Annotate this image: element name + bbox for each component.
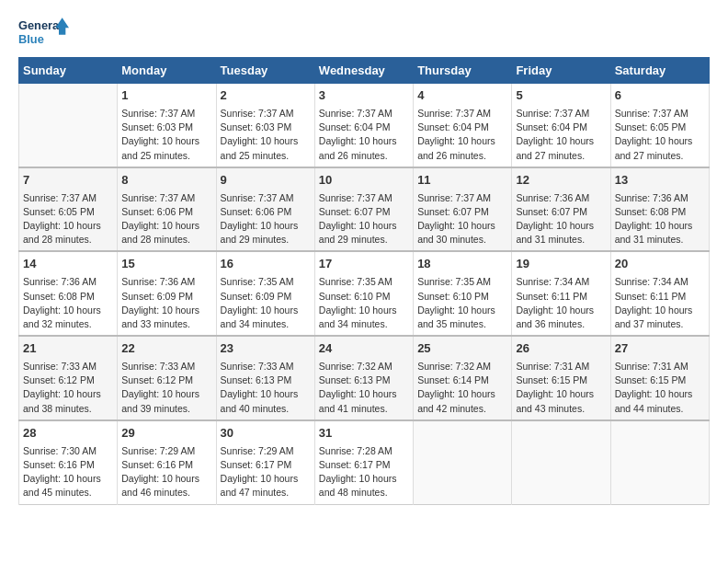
day-info: Sunrise: 7:28 AM Sunset: 6:17 PM Dayligh… xyxy=(319,444,409,500)
day-info: Sunrise: 7:36 AM Sunset: 6:09 PM Dayligh… xyxy=(121,275,211,331)
day-info: Sunrise: 7:37 AM Sunset: 6:07 PM Dayligh… xyxy=(319,191,409,247)
col-header-saturday: Saturday xyxy=(610,58,709,84)
day-info: Sunrise: 7:35 AM Sunset: 6:09 PM Dayligh… xyxy=(221,275,311,331)
day-number: 3 xyxy=(319,87,409,105)
day-info: Sunrise: 7:34 AM Sunset: 6:11 PM Dayligh… xyxy=(615,275,705,331)
day-cell: 7Sunrise: 7:37 AM Sunset: 6:05 PM Daylig… xyxy=(19,167,118,252)
day-number: 6 xyxy=(615,87,705,105)
svg-text:Blue: Blue xyxy=(18,32,44,46)
day-info: Sunrise: 7:37 AM Sunset: 6:06 PM Dayligh… xyxy=(121,191,211,247)
day-cell: 12Sunrise: 7:36 AM Sunset: 6:07 PM Dayli… xyxy=(512,167,610,252)
day-number: 28 xyxy=(23,425,113,442)
day-cell: 26Sunrise: 7:31 AM Sunset: 6:15 PM Dayli… xyxy=(512,336,610,420)
col-header-wednesday: Wednesday xyxy=(314,58,413,84)
day-cell: 23Sunrise: 7:33 AM Sunset: 6:13 PM Dayli… xyxy=(216,336,314,420)
day-info: Sunrise: 7:31 AM Sunset: 6:15 PM Dayligh… xyxy=(516,360,606,416)
day-number: 21 xyxy=(23,340,113,358)
week-row-1: 1Sunrise: 7:37 AM Sunset: 6:03 PM Daylig… xyxy=(19,84,710,167)
day-cell xyxy=(414,420,512,504)
day-number: 22 xyxy=(121,340,211,358)
day-number: 23 xyxy=(221,340,311,358)
day-info: Sunrise: 7:37 AM Sunset: 6:05 PM Dayligh… xyxy=(615,107,705,163)
day-info: Sunrise: 7:34 AM Sunset: 6:11 PM Dayligh… xyxy=(516,275,606,331)
day-info: Sunrise: 7:37 AM Sunset: 6:03 PM Dayligh… xyxy=(221,107,311,163)
day-info: Sunrise: 7:33 AM Sunset: 6:13 PM Dayligh… xyxy=(221,360,311,416)
calendar-page: General Blue SundayMondayTuesdayWednesda… xyxy=(0,0,728,523)
day-cell: 15Sunrise: 7:36 AM Sunset: 6:09 PM Dayli… xyxy=(118,251,216,336)
day-cell: 8Sunrise: 7:37 AM Sunset: 6:06 PM Daylig… xyxy=(118,167,216,252)
day-cell: 6Sunrise: 7:37 AM Sunset: 6:05 PM Daylig… xyxy=(610,84,709,167)
day-cell: 3Sunrise: 7:37 AM Sunset: 6:04 PM Daylig… xyxy=(314,84,413,167)
week-row-2: 7Sunrise: 7:37 AM Sunset: 6:05 PM Daylig… xyxy=(19,167,710,252)
calendar-table: SundayMondayTuesdayWednesdayThursdayFrid… xyxy=(18,57,710,505)
day-cell xyxy=(19,84,118,167)
day-number: 24 xyxy=(319,340,409,358)
day-info: Sunrise: 7:32 AM Sunset: 6:14 PM Dayligh… xyxy=(417,360,507,416)
day-cell: 25Sunrise: 7:32 AM Sunset: 6:14 PM Dayli… xyxy=(414,336,512,420)
day-number: 16 xyxy=(221,256,311,273)
day-cell: 5Sunrise: 7:37 AM Sunset: 6:04 PM Daylig… xyxy=(512,84,610,167)
day-info: Sunrise: 7:29 AM Sunset: 6:16 PM Dayligh… xyxy=(121,444,211,500)
day-info: Sunrise: 7:37 AM Sunset: 6:07 PM Dayligh… xyxy=(417,191,507,247)
day-number: 14 xyxy=(23,256,113,273)
day-info: Sunrise: 7:37 AM Sunset: 6:06 PM Dayligh… xyxy=(221,191,311,247)
day-cell: 13Sunrise: 7:36 AM Sunset: 6:08 PM Dayli… xyxy=(610,167,709,252)
day-number: 5 xyxy=(516,87,606,105)
day-number: 4 xyxy=(417,87,507,105)
day-number: 9 xyxy=(221,172,311,190)
col-header-tuesday: Tuesday xyxy=(216,58,314,84)
week-row-3: 14Sunrise: 7:36 AM Sunset: 6:08 PM Dayli… xyxy=(19,251,710,336)
day-info: Sunrise: 7:37 AM Sunset: 6:05 PM Dayligh… xyxy=(23,191,113,247)
day-cell: 10Sunrise: 7:37 AM Sunset: 6:07 PM Dayli… xyxy=(314,167,413,252)
day-number: 7 xyxy=(23,172,113,190)
day-info: Sunrise: 7:36 AM Sunset: 6:08 PM Dayligh… xyxy=(615,191,705,247)
day-cell: 18Sunrise: 7:35 AM Sunset: 6:10 PM Dayli… xyxy=(414,251,512,336)
day-info: Sunrise: 7:37 AM Sunset: 6:03 PM Dayligh… xyxy=(121,107,211,163)
day-cell: 29Sunrise: 7:29 AM Sunset: 6:16 PM Dayli… xyxy=(118,420,216,504)
day-number: 31 xyxy=(319,425,409,442)
header: General Blue xyxy=(18,15,710,48)
week-row-4: 21Sunrise: 7:33 AM Sunset: 6:12 PM Dayli… xyxy=(19,336,710,420)
svg-text:General: General xyxy=(18,18,63,32)
day-number: 2 xyxy=(221,87,311,105)
day-info: Sunrise: 7:32 AM Sunset: 6:13 PM Dayligh… xyxy=(319,360,409,416)
day-number: 29 xyxy=(121,425,211,442)
day-cell: 4Sunrise: 7:37 AM Sunset: 6:04 PM Daylig… xyxy=(414,84,512,167)
day-cell: 21Sunrise: 7:33 AM Sunset: 6:12 PM Dayli… xyxy=(19,336,118,420)
day-cell: 17Sunrise: 7:35 AM Sunset: 6:10 PM Dayli… xyxy=(314,251,413,336)
col-header-monday: Monday xyxy=(118,58,216,84)
day-cell: 9Sunrise: 7:37 AM Sunset: 6:06 PM Daylig… xyxy=(216,167,314,252)
day-number: 1 xyxy=(121,87,211,105)
day-info: Sunrise: 7:36 AM Sunset: 6:07 PM Dayligh… xyxy=(516,191,606,247)
day-cell xyxy=(610,420,709,504)
day-cell: 14Sunrise: 7:36 AM Sunset: 6:08 PM Dayli… xyxy=(19,251,118,336)
day-cell: 19Sunrise: 7:34 AM Sunset: 6:11 PM Dayli… xyxy=(512,251,610,336)
day-number: 19 xyxy=(516,256,606,273)
day-cell xyxy=(512,420,610,504)
col-header-friday: Friday xyxy=(512,58,610,84)
day-number: 20 xyxy=(615,256,705,273)
day-info: Sunrise: 7:36 AM Sunset: 6:08 PM Dayligh… xyxy=(23,275,113,331)
day-number: 8 xyxy=(121,172,211,190)
day-cell: 2Sunrise: 7:37 AM Sunset: 6:03 PM Daylig… xyxy=(216,84,314,167)
day-number: 11 xyxy=(417,172,507,190)
day-cell: 1Sunrise: 7:37 AM Sunset: 6:03 PM Daylig… xyxy=(118,84,216,167)
logo-svg: General Blue xyxy=(18,15,69,48)
day-info: Sunrise: 7:33 AM Sunset: 6:12 PM Dayligh… xyxy=(23,360,113,416)
day-cell: 22Sunrise: 7:33 AM Sunset: 6:12 PM Dayli… xyxy=(118,336,216,420)
day-cell: 16Sunrise: 7:35 AM Sunset: 6:09 PM Dayli… xyxy=(216,251,314,336)
day-cell: 20Sunrise: 7:34 AM Sunset: 6:11 PM Dayli… xyxy=(610,251,709,336)
day-info: Sunrise: 7:37 AM Sunset: 6:04 PM Dayligh… xyxy=(319,107,409,163)
day-info: Sunrise: 7:35 AM Sunset: 6:10 PM Dayligh… xyxy=(319,275,409,331)
day-number: 12 xyxy=(516,172,606,190)
day-cell: 24Sunrise: 7:32 AM Sunset: 6:13 PM Dayli… xyxy=(314,336,413,420)
day-cell: 11Sunrise: 7:37 AM Sunset: 6:07 PM Dayli… xyxy=(414,167,512,252)
day-cell: 31Sunrise: 7:28 AM Sunset: 6:17 PM Dayli… xyxy=(314,420,413,504)
logo: General Blue xyxy=(18,15,69,48)
day-number: 30 xyxy=(221,425,311,442)
day-number: 15 xyxy=(121,256,211,273)
day-info: Sunrise: 7:35 AM Sunset: 6:10 PM Dayligh… xyxy=(417,275,507,331)
day-cell: 27Sunrise: 7:31 AM Sunset: 6:15 PM Dayli… xyxy=(610,336,709,420)
day-number: 25 xyxy=(417,340,507,358)
day-info: Sunrise: 7:31 AM Sunset: 6:15 PM Dayligh… xyxy=(615,360,705,416)
